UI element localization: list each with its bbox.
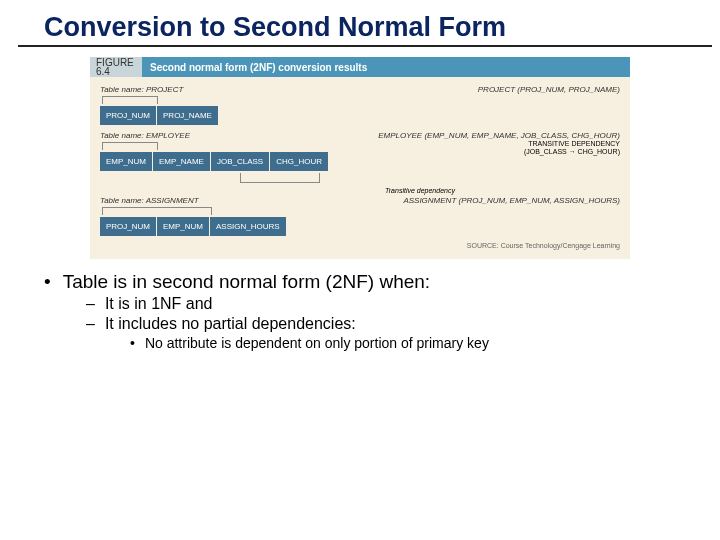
employee-pk-connector [102,142,158,150]
project-relation: PROJECT (PROJ_NUM, PROJ_NAME) [478,85,620,94]
project-schema: PROJ_NUM PROJ_NAME [100,106,620,125]
bullet-list: Table is in second normal form (2NF) whe… [44,271,720,351]
attr-emp-num-2: EMP_NUM [157,217,210,236]
project-pk-connector [102,96,158,104]
project-table-name: Table name: PROJECT [100,85,183,94]
figure-number: FIGURE 6.4 [90,57,142,77]
figure-source: SOURCE: Course Technology/Cengage Learni… [100,242,620,249]
bullet-2b-text: It includes no partial dependencies: [105,315,356,332]
bullet-1-text: Table is in second normal form (2NF) whe… [63,271,430,292]
project-row-labels: Table name: PROJECT PROJECT (PROJ_NUM, P… [100,85,620,94]
transitive-dep-label: TRANSITIVE DEPENDENCY (JOB_CLASS → CHG_H… [524,140,620,156]
employee-relation: EMPLOYEE (EMP_NUM, EMP_NAME, JOB_CLASS, … [378,131,620,140]
bullet-2a-text: It is in 1NF and [105,295,213,312]
assignment-schema: PROJ_NUM EMP_NUM ASSIGN_HOURS [100,217,620,236]
bullet-3: No attribute is dependent on only portio… [130,335,720,351]
assignment-row-labels: Table name: ASSIGNMENT ASSIGNMENT (PROJ_… [100,196,620,205]
employee-schema: EMP_NUM EMP_NAME JOB_CLASS CHG_HOUR [100,152,524,171]
bullet-3-text: No attribute is dependent on only portio… [145,335,489,351]
figure-header: FIGURE 6.4 Second normal form (2NF) conv… [90,57,630,77]
attr-chg-hour: CHG_HOUR [270,152,329,171]
employee-row-labels: Table name: EMPLOYEE EMPLOYEE (EMP_NUM, … [100,131,620,140]
assignment-pk-connector [102,207,212,215]
trans-dep-detail: (JOB_CLASS → CHG_HOUR) [524,148,620,156]
slide-title: Conversion to Second Normal Form [18,0,712,47]
trans-dep-title: TRANSITIVE DEPENDENCY [524,140,620,148]
bullet-2b: It includes no partial dependencies: [86,315,720,333]
attr-emp-name: EMP_NAME [153,152,211,171]
attr-proj-num: PROJ_NUM [100,106,157,125]
assignment-relation: ASSIGNMENT (PROJ_NUM, EMP_NUM, ASSIGN_HO… [403,196,620,205]
attr-assign-hours: ASSIGN_HOURS [210,217,287,236]
bullet-2a: It is in 1NF and [86,295,720,313]
figure-caption: Second normal form (2NF) conversion resu… [142,57,630,77]
attr-proj-num-2: PROJ_NUM [100,217,157,236]
assignment-table-name: Table name: ASSIGNMENT [100,196,199,205]
bullet-1: Table is in second normal form (2NF) whe… [44,271,720,293]
attr-proj-name: PROJ_NAME [157,106,219,125]
figure-container: FIGURE 6.4 Second normal form (2NF) conv… [90,57,630,259]
attr-job-class: JOB_CLASS [211,152,270,171]
figure-num: 6.4 [96,67,142,76]
figure-body: Table name: PROJECT PROJECT (PROJ_NUM, P… [90,77,630,259]
employee-table-name: Table name: EMPLOYEE [100,131,190,140]
attr-emp-num: EMP_NUM [100,152,153,171]
transitive-note: Transitive dependency [220,187,620,194]
